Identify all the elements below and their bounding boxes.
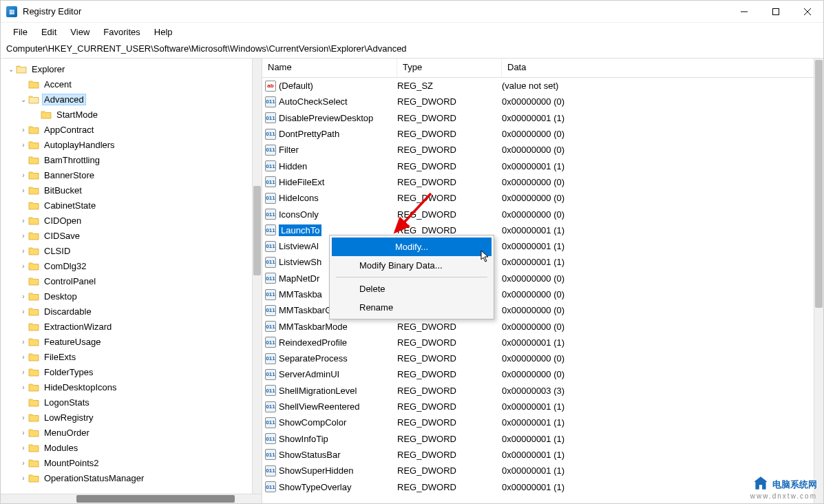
context-menu-rename[interactable]: Rename: [332, 298, 492, 317]
expand-toggle-icon[interactable]: ›: [19, 262, 28, 270]
value-name-cell: 011ReindexedProfile: [262, 337, 397, 348]
dword-value-icon: 011: [265, 433, 276, 444]
expand-toggle-icon[interactable]: ›: [19, 429, 28, 437]
column-header-data[interactable]: Data: [502, 59, 823, 77]
tree-item[interactable]: ›ComDlg32: [1, 258, 262, 273]
value-row[interactable]: 011ShellMigrationLevelREG_DWORD0x0000000…: [262, 383, 823, 399]
expand-toggle-icon[interactable]: ›: [19, 141, 28, 149]
tree-item[interactable]: ›FileExts: [1, 349, 262, 364]
tree-vertical-scrollbar[interactable]: [252, 59, 262, 494]
tree-item[interactable]: LogonStats: [1, 395, 262, 410]
tree-item[interactable]: ›OperationStatusManager: [1, 470, 262, 485]
context-menu-modify-binary[interactable]: Modify Binary Data...: [332, 256, 492, 275]
value-row[interactable]: 011ShowTypeOverlayREG_DWORD0x00000001 (1…: [262, 479, 823, 494]
expand-toggle-icon[interactable]: ›: [19, 171, 28, 179]
value-data: 0x00000000 (0): [502, 193, 823, 203]
expand-toggle-icon[interactable]: ›: [19, 126, 28, 134]
menu-view[interactable]: View: [63, 24, 96, 40]
expand-toggle-icon[interactable]: ›: [19, 293, 28, 300]
tree-item[interactable]: ⌄Explorer: [1, 61, 262, 76]
tree-item[interactable]: ›Modules: [1, 440, 262, 455]
tree-item[interactable]: ›LowRegistry: [1, 410, 262, 425]
tree-item[interactable]: ›AppContract: [1, 122, 262, 137]
tree-item[interactable]: ›Desktop: [1, 288, 262, 304]
expand-toggle-icon[interactable]: ›: [19, 353, 28, 361]
tree-hscroll-thumb[interactable]: [76, 495, 235, 503]
list-vertical-scrollbar[interactable]: [814, 59, 823, 503]
close-button[interactable]: [792, 1, 823, 23]
value-row[interactable]: 011FilterREG_DWORD0x00000000 (0): [262, 142, 823, 158]
tree-item[interactable]: ›Discardable: [1, 304, 262, 319]
expand-toggle-icon[interactable]: ›: [19, 338, 28, 346]
expand-toggle-icon[interactable]: ›: [19, 384, 28, 391]
context-menu-modify[interactable]: Modify...: [332, 238, 492, 256]
value-row[interactable]: 011IconsOnlyREG_DWORD0x00000000 (0): [262, 206, 823, 222]
tree-item[interactable]: CabinetState: [1, 198, 262, 213]
value-row[interactable]: 011MMTaskbarModeREG_DWORD0x00000000 (0): [262, 318, 823, 334]
value-row[interactable]: 011ServerAdminUIREG_DWORD0x00000000 (0): [262, 366, 823, 382]
value-name-cell: 011ServerAdminUI: [262, 369, 397, 380]
tree-item[interactable]: ControlPanel: [1, 273, 262, 288]
folder-icon: [28, 322, 39, 331]
menu-file[interactable]: File: [6, 24, 34, 40]
expand-toggle-icon[interactable]: ›: [19, 414, 28, 421]
value-row[interactable]: 011DisablePreviewDesktopREG_DWORD0x00000…: [262, 110, 823, 126]
expand-toggle-icon[interactable]: ›: [19, 232, 28, 240]
address-bar[interactable]: Computer\HKEY_CURRENT_USER\Software\Micr…: [1, 41, 823, 59]
tree-item[interactable]: ›MountPoints2: [1, 455, 262, 470]
tree-item[interactable]: ›HideDesktopIcons: [1, 379, 262, 395]
expand-toggle-icon[interactable]: ›: [19, 217, 28, 224]
column-header-name[interactable]: Name: [262, 59, 397, 77]
tree-scrollbar-thumb[interactable]: [253, 186, 261, 275]
tree-item[interactable]: ExtractionWizard: [1, 319, 262, 334]
expand-toggle-icon[interactable]: ⌄: [19, 96, 28, 103]
tree-item[interactable]: ›BannerStore: [1, 167, 262, 182]
tree-item[interactable]: ›FeatureUsage: [1, 334, 262, 349]
tree-item[interactable]: BamThrottling: [1, 152, 262, 167]
value-row[interactable]: ab(Default)REG_SZ(value not set): [262, 78, 823, 94]
minimize-button[interactable]: [728, 1, 760, 23]
value-row[interactable]: 011ShowStatusBarREG_DWORD0x00000001 (1): [262, 447, 823, 463]
menu-help[interactable]: Help: [147, 24, 180, 40]
value-row[interactable]: 011DontPrettyPathREG_DWORD0x00000000 (0): [262, 126, 823, 142]
tree-item[interactable]: ›BitBucket: [1, 182, 262, 198]
tree-item[interactable]: ⌄Advanced: [1, 92, 262, 107]
value-row[interactable]: 011ShowSuperHiddenREG_DWORD0x00000001 (1…: [262, 463, 823, 479]
expand-toggle-icon[interactable]: ›: [19, 308, 28, 315]
expand-toggle-icon[interactable]: ›: [19, 444, 28, 452]
tree-item-label: Accent: [42, 79, 74, 90]
value-row[interactable]: 011HideFileExtREG_DWORD0x00000000 (0): [262, 174, 823, 190]
tree-panel[interactable]: ⌄ExplorerAccent⌄AdvancedStartMode›AppCon…: [1, 59, 262, 503]
expand-toggle-icon[interactable]: ›: [19, 459, 28, 467]
value-row[interactable]: 011ReindexedProfileREG_DWORD0x00000001 (…: [262, 335, 823, 350]
tree-item[interactable]: ›AutoplayHandlers: [1, 137, 262, 152]
tree-item[interactable]: Accent: [1, 76, 262, 92]
expand-toggle-icon[interactable]: ›: [19, 368, 28, 376]
menu-edit[interactable]: Edit: [34, 24, 63, 40]
value-row[interactable]: 011ShowInfoTipREG_DWORD0x00000001 (1): [262, 431, 823, 447]
value-row[interactable]: 011AutoCheckSelectREG_DWORD0x00000000 (0…: [262, 94, 823, 109]
tree-item[interactable]: ›FolderTypes: [1, 364, 262, 379]
menu-favorites[interactable]: Favorites: [96, 24, 147, 40]
maximize-button[interactable]: [760, 1, 792, 23]
folder-icon: [28, 412, 39, 422]
tree-item[interactable]: StartMode: [1, 107, 262, 122]
value-row[interactable]: 011ShellViewReenteredREG_DWORD0x00000001…: [262, 399, 823, 414]
expand-toggle-icon[interactable]: ›: [19, 474, 28, 482]
tree-item[interactable]: ›CIDOpen: [1, 213, 262, 228]
value-row[interactable]: 011ShowCompColorREG_DWORD0x00000001 (1): [262, 414, 823, 430]
value-row[interactable]: 011HideIconsREG_DWORD0x00000000 (0): [262, 190, 823, 206]
expand-toggle-icon[interactable]: ⌄: [6, 65, 16, 73]
column-header-type[interactable]: Type: [397, 59, 502, 77]
value-row[interactable]: 011SeparateProcessREG_DWORD0x00000000 (0…: [262, 350, 823, 366]
tree-horizontal-scrollbar[interactable]: [1, 494, 262, 503]
value-name: ReindexedProfile: [279, 337, 347, 348]
context-menu-delete[interactable]: Delete: [332, 280, 492, 298]
tree-item[interactable]: ›MenuOrder: [1, 425, 262, 440]
value-row[interactable]: 011HiddenREG_DWORD0x00000001 (1): [262, 158, 823, 174]
expand-toggle-icon[interactable]: ›: [19, 187, 28, 194]
tree-item[interactable]: ›CLSID: [1, 243, 262, 258]
tree-item[interactable]: ›CIDSave: [1, 228, 262, 243]
list-scrollbar-thumb[interactable]: [815, 60, 823, 308]
expand-toggle-icon[interactable]: ›: [19, 247, 28, 255]
